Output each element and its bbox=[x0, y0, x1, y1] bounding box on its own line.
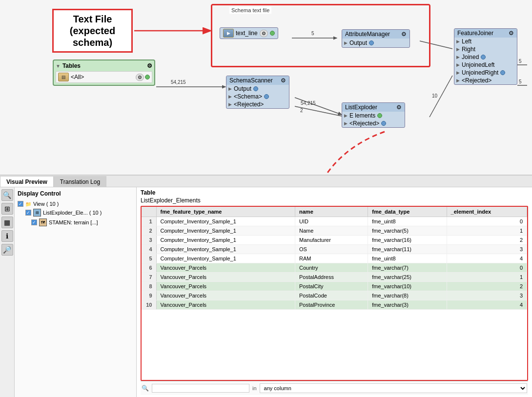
le-label: ListExploder bbox=[345, 104, 377, 111]
canvas-area: 5 54,215 54,215 2 5 5 10 Text File (expe… bbox=[0, 0, 532, 176]
table-row: 3 Computer_Inventory_Sample_1 Manufactur… bbox=[142, 236, 527, 245]
stamen-map-icon: 🗺 bbox=[39, 218, 47, 226]
textline-node[interactable]: ▶ text_line ⚙ bbox=[220, 27, 278, 39]
le-checkbox[interactable] bbox=[25, 210, 31, 216]
svg-text:54,215: 54,215 bbox=[171, 79, 186, 85]
textline-gear[interactable]: ⚙ bbox=[260, 30, 268, 37]
le-elements-dot bbox=[377, 113, 382, 118]
bottom-content: 🔍 ⊞ ▦ ℹ 🔎 Display Control 📁 View ( 10 ) … bbox=[0, 187, 532, 397]
row-feature-type: Computer_Inventory_Sample_1 bbox=[156, 254, 295, 263]
le-gear[interactable]: ⚙ bbox=[396, 104, 402, 111]
icon-btn-4[interactable]: ℹ bbox=[1, 230, 13, 242]
table-row: 10 Vancouver_Parcels PostalProvince fme_… bbox=[142, 300, 527, 310]
tables-port-group: ⚙ bbox=[136, 74, 150, 81]
row-element-index: 0 bbox=[447, 263, 527, 273]
tables-header: ▼ Tables ⚙ bbox=[56, 62, 152, 69]
row-data-type: fme_varchar(5) bbox=[368, 226, 447, 236]
am-label: AttributeManager bbox=[345, 31, 390, 38]
svg-text:54,215: 54,215 bbox=[301, 100, 316, 106]
fj-joined-dot bbox=[481, 55, 486, 60]
row-data-type: fme_uint8 bbox=[368, 254, 447, 263]
bottom-panel: Visual Preview Translation Log 🔍 ⊞ ▦ ℹ 🔎… bbox=[0, 176, 532, 397]
row-element-index: 0 bbox=[447, 217, 527, 226]
col-name: name bbox=[295, 207, 368, 217]
stamen-checkbox[interactable] bbox=[31, 219, 37, 225]
row-name: PostalAddress bbox=[295, 273, 368, 282]
fj-ur-dot bbox=[500, 70, 505, 75]
column-select[interactable]: any column bbox=[260, 383, 527, 393]
fj-header: FeatureJoiner ⚙ bbox=[454, 29, 517, 38]
icon-btn-1[interactable]: 🔍 bbox=[1, 189, 13, 201]
sidebar-title: Display Control bbox=[18, 190, 133, 197]
col-data-type: fme_data_type bbox=[368, 207, 447, 217]
tables-db-icon: ▤ bbox=[58, 73, 69, 81]
tables-gear[interactable]: ⚙ bbox=[147, 62, 152, 69]
am-gear[interactable]: ⚙ bbox=[401, 31, 407, 38]
fj-joined-port: ▶ Joined bbox=[454, 53, 517, 61]
row-name: RAM bbox=[295, 254, 368, 263]
le-header: ListExploder ⚙ bbox=[342, 103, 405, 112]
ss-rejected-label: <Rejected> bbox=[234, 101, 264, 108]
fj-unjoinedright-port: ▶ UnjoinedRight bbox=[454, 69, 517, 77]
row-feature-type: Vancouver_Parcels bbox=[156, 300, 295, 310]
stamen-label: STAMEN: terrain [...] bbox=[49, 219, 98, 225]
feature-joiner-node[interactable]: FeatureJoiner ⚙ ▶ Left ▶ Right ▶ Joined … bbox=[454, 28, 517, 85]
search-input[interactable] bbox=[152, 384, 249, 393]
icon-btn-3[interactable]: ▦ bbox=[1, 217, 13, 228]
table-row: 6 Vancouver_Parcels Country fme_varchar(… bbox=[142, 263, 527, 273]
le-elements-port: ▶ E lements bbox=[342, 112, 405, 119]
tables-all-label: <All> bbox=[71, 74, 84, 80]
icon-btn-5[interactable]: 🔎 bbox=[1, 244, 13, 256]
sidebar-item-view[interactable]: 📁 View ( 10 ) bbox=[18, 200, 133, 208]
svg-text:5: 5 bbox=[519, 59, 522, 64]
tables-node[interactable]: ▼ Tables ⚙ ▤ <All> ⚙ bbox=[53, 60, 155, 86]
sidebar-item-listexploder[interactable]: ▤ ListExploder_Ele... ( 10 ) bbox=[18, 208, 133, 218]
col-element-index: _element_index bbox=[447, 207, 527, 217]
view-checkbox[interactable] bbox=[18, 201, 23, 207]
list-exploder-node[interactable]: ListExploder ⚙ ▶ E lements ▶ <Rejected> bbox=[342, 102, 405, 128]
data-table: fme_feature_type_name name fme_data_type… bbox=[142, 207, 527, 310]
ss-output-label: Output bbox=[234, 85, 251, 92]
table-row: 9 Vancouver_Parcels PostalCode fme_varch… bbox=[142, 291, 527, 300]
row-data-type: fme_varchar(3) bbox=[368, 300, 447, 310]
svg-text:10: 10 bbox=[432, 93, 438, 99]
schema-output-line bbox=[295, 98, 342, 115]
tables-row: ▤ <All> ⚙ bbox=[56, 71, 152, 83]
row-num: 8 bbox=[142, 282, 156, 291]
row-element-index: 3 bbox=[447, 291, 527, 300]
tab-translation-log[interactable]: Translation Log bbox=[54, 176, 106, 187]
row-num: 10 bbox=[142, 300, 156, 310]
le-rejected-dot bbox=[381, 121, 386, 126]
icon-btn-2[interactable]: ⊞ bbox=[1, 203, 13, 215]
row-num: 1 bbox=[142, 217, 156, 226]
row-element-index: 1 bbox=[447, 226, 527, 236]
schema-schema-line bbox=[295, 106, 342, 116]
table-row: 7 Vancouver_Parcels PostalAddress fme_va… bbox=[142, 273, 527, 282]
le-item-label: ListExploder_Ele... ( 10 ) bbox=[43, 210, 102, 216]
row-num: 6 bbox=[142, 263, 156, 273]
dashed-arrow bbox=[303, 132, 385, 176]
row-name: Country bbox=[295, 263, 368, 273]
row-data-type: fme_uint8 bbox=[368, 217, 447, 226]
table-body: 1 Computer_Inventory_Sample_1 UID fme_ui… bbox=[142, 217, 527, 310]
attribute-manager-node[interactable]: AttributeManager ⚙ ▶ Output bbox=[342, 29, 410, 48]
row-num: 2 bbox=[142, 226, 156, 236]
row-feature-type: Vancouver_Parcels bbox=[156, 291, 295, 300]
fj-gear[interactable]: ⚙ bbox=[509, 30, 514, 37]
row-feature-type: Computer_Inventory_Sample_1 bbox=[156, 217, 295, 226]
svg-text:5: 5 bbox=[519, 79, 522, 84]
ss-gear[interactable]: ⚙ bbox=[281, 77, 286, 84]
table-row: 8 Vancouver_Parcels PostalCity fme_varch… bbox=[142, 282, 527, 291]
sidebar-item-stamen[interactable]: 🗺 STAMEN: terrain [...] bbox=[18, 218, 133, 227]
schema-scanner-node[interactable]: SchemaScanner ⚙ ▶ Output ▶ <Schema> ▶ <R… bbox=[226, 76, 289, 109]
table-row: 4 Computer_Inventory_Sample_1 OS fme_var… bbox=[142, 245, 527, 254]
fj-rejected-label: <Rejected> bbox=[462, 77, 491, 84]
table-section-title: Table bbox=[141, 189, 528, 196]
tables-gear2[interactable]: ⚙ bbox=[136, 74, 144, 81]
fj-right-label: Right bbox=[462, 46, 475, 53]
row-feature-type: Computer_Inventory_Sample_1 bbox=[156, 245, 295, 254]
fj-unjoinedleft-port: ▶ UnjoinedLeft bbox=[454, 61, 517, 69]
tab-visual-preview[interactable]: Visual Preview bbox=[0, 176, 54, 187]
tables-label: Tables bbox=[62, 62, 81, 69]
svg-text:2: 2 bbox=[300, 108, 303, 113]
